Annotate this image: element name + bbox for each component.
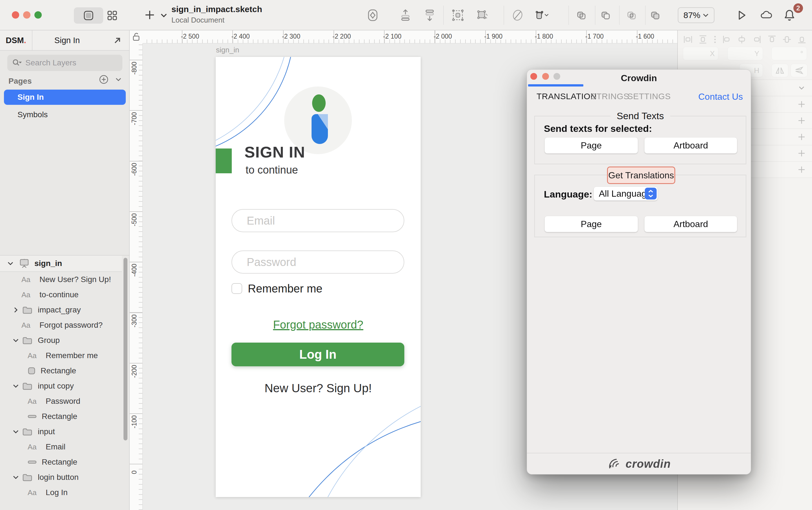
tab-dsm[interactable]: DSM.	[0, 30, 32, 50]
send-backward-button[interactable]	[423, 8, 436, 22]
layer-label: New User? Sign Up!	[39, 275, 111, 284]
layer-row[interactable]: input	[0, 424, 122, 439]
artboard-layer-row[interactable]: sign_in	[0, 256, 122, 272]
line-layer-icon	[28, 413, 37, 420]
chevron-right-icon[interactable]	[12, 306, 19, 313]
page-item-symbols[interactable]: Symbols	[4, 107, 126, 122]
layer-label: Log In	[46, 488, 68, 497]
distribute-horizontal-icon[interactable]	[683, 34, 693, 44]
layer-row[interactable]: Aato-continue	[0, 287, 122, 302]
rotation-field[interactable]: °	[772, 47, 807, 60]
add-style-icon[interactable]	[798, 116, 806, 125]
get-translations-button[interactable]: Get Translations	[607, 167, 675, 184]
chevron-down-icon[interactable]	[12, 474, 19, 481]
tab-translation[interactable]: TRANSLATION	[536, 92, 597, 101]
layer-row[interactable]: Rectangle	[0, 409, 122, 424]
scale-button[interactable]	[535, 8, 549, 22]
signup-text[interactable]: New User? Sign Up!	[216, 382, 420, 395]
sidebar-scrollbar[interactable]	[123, 258, 127, 441]
mask-button[interactable]	[511, 8, 524, 22]
add-style-icon[interactable]	[798, 166, 806, 174]
flip-horizontal-button[interactable]	[772, 64, 788, 77]
grid-view-toggle[interactable]	[105, 9, 120, 22]
unlock-icon[interactable]	[132, 32, 140, 42]
preview-play-button[interactable]	[735, 8, 748, 22]
add-style-icon[interactable]	[798, 149, 806, 157]
get-artboard-button[interactable]: Artboard	[644, 216, 737, 232]
artboard-canvas-label[interactable]: sign_in	[216, 46, 239, 54]
more-dots-icon[interactable]	[713, 34, 717, 44]
maximize-window-button[interactable]	[34, 11, 42, 19]
text-layer-icon: Aa	[28, 443, 40, 451]
language-dropdown[interactable]: All Languages	[593, 186, 658, 201]
layer-row[interactable]: AaRemember me	[0, 348, 122, 363]
chevron-down-icon[interactable]	[12, 337, 19, 344]
layer-row[interactable]: Rectangle	[0, 363, 122, 379]
align-center-horizontal-icon[interactable]	[737, 34, 747, 44]
bring-forward-button[interactable]	[399, 8, 412, 22]
collapse-chevron-icon[interactable]	[798, 84, 806, 92]
layer-row[interactable]: AaEmail	[0, 439, 122, 454]
align-left-icon[interactable]	[722, 34, 732, 44]
boolean-difference-button[interactable]	[648, 8, 662, 22]
h-ruler-label: -2 300	[282, 33, 300, 40]
canvas-view-toggle[interactable]	[74, 7, 103, 24]
contact-us-link[interactable]: Contact Us	[698, 92, 743, 102]
remember-me-label: Remember me	[248, 282, 323, 295]
layer-label: to-continue	[39, 290, 79, 299]
layer-row[interactable]: AaLog In	[0, 485, 122, 500]
password-field[interactable]	[231, 250, 404, 274]
pages-collapse-chevron-icon[interactable]	[114, 76, 122, 83]
get-translations-group: Language: All Languages Page Artboard	[534, 175, 746, 237]
send-page-button[interactable]: Page	[545, 137, 638, 154]
add-page-button[interactable]	[99, 74, 109, 85]
layer-row[interactable]: AaForgot password?	[0, 318, 122, 333]
insert-button[interactable]	[143, 8, 156, 22]
layer-row[interactable]: AaPassword	[0, 394, 122, 409]
align-right-icon[interactable]	[752, 34, 762, 44]
y-position-field[interactable]: Y	[727, 47, 763, 60]
ungroup-button[interactable]	[475, 8, 489, 22]
artboard[interactable]: SIGN IN to continue Remember me Forgot p…	[216, 57, 420, 497]
boolean-subtract-button[interactable]	[599, 8, 612, 22]
layer-row[interactable]: Group	[0, 333, 122, 348]
remember-me-checkbox[interactable]	[231, 283, 242, 294]
minimize-window-button[interactable]	[23, 11, 30, 19]
close-window-button[interactable]	[12, 11, 19, 19]
cloud-sync-button[interactable]	[759, 8, 773, 22]
layer-row[interactable]: Rectangle	[0, 454, 122, 470]
layer-row[interactable]: AaNew User? Sign Up!	[0, 272, 122, 287]
chevron-down-icon[interactable]	[7, 260, 14, 267]
boolean-union-button[interactable]	[575, 8, 588, 22]
open-external-icon[interactable]	[112, 35, 122, 46]
forgot-password-link[interactable]: Forgot password?	[216, 319, 420, 331]
email-field[interactable]	[231, 209, 404, 232]
send-artboard-button[interactable]: Artboard	[644, 137, 737, 154]
add-style-icon[interactable]	[798, 100, 806, 109]
align-bottom-icon[interactable]	[797, 34, 807, 44]
tab-strings[interactable]: STRINGS	[591, 92, 629, 101]
search-input[interactable]: Search Layers	[7, 55, 122, 71]
insert-chevron-icon[interactable]	[160, 8, 168, 22]
layer-row[interactable]: login button	[0, 470, 122, 485]
page-item-sign-in[interactable]: Sign In	[4, 90, 126, 105]
align-middle-vertical-icon[interactable]	[782, 34, 792, 44]
get-page-button[interactable]: Page	[545, 216, 638, 232]
align-top-icon[interactable]	[767, 34, 777, 44]
chevron-down-icon[interactable]	[12, 383, 19, 389]
login-button[interactable]: Log In	[231, 342, 404, 366]
add-style-icon[interactable]	[798, 133, 806, 141]
distribute-vertical-icon[interactable]	[698, 34, 708, 44]
group-button[interactable]	[451, 8, 465, 22]
boolean-intersect-button[interactable]	[625, 8, 638, 22]
x-position-field[interactable]: X	[683, 47, 718, 60]
dropdown-stepper-icon[interactable]	[645, 188, 657, 200]
tab-current-page[interactable]: Sign In	[32, 30, 103, 50]
zoom-level-dropdown[interactable]: 87%	[678, 7, 715, 23]
flip-vertical-button[interactable]	[790, 64, 808, 77]
chevron-down-icon[interactable]	[12, 428, 19, 435]
tab-settings[interactable]: SETTINGS	[627, 92, 671, 101]
create-symbol-button[interactable]	[366, 8, 379, 22]
layer-row[interactable]: impact_gray	[0, 302, 122, 318]
layer-row[interactable]: input copy	[0, 379, 122, 394]
